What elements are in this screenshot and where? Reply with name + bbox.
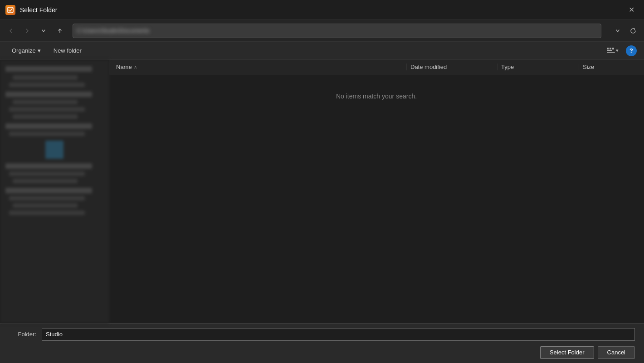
address-bar[interactable]: C:\Users\Studio\Documents [73, 24, 601, 38]
column-headers: Name ∧ Date modified Type Size [109, 60, 644, 74]
file-area: Name ∧ Date modified Type Size No items … [109, 60, 644, 323]
title-bar-left: Select Folder [5, 5, 57, 15]
folder-input[interactable] [42, 328, 635, 341]
svg-rect-1 [607, 48, 609, 49]
folder-label: Folder: [9, 331, 36, 338]
svg-rect-5 [607, 52, 615, 53]
col-size-header[interactable]: Size [579, 64, 633, 70]
close-button[interactable]: ✕ [624, 3, 639, 17]
sidebar [0, 60, 109, 323]
dropdown-button[interactable] [36, 24, 51, 38]
sort-indicator: ∧ [134, 64, 137, 69]
svg-rect-2 [610, 48, 611, 49]
forward-button[interactable] [20, 24, 34, 38]
col-name-header[interactable]: Name ∧ [112, 64, 406, 70]
cancel-button[interactable]: Cancel [598, 346, 635, 359]
col-name-label: Name [116, 64, 132, 70]
main-content: Name ∧ Date modified Type Size No items … [0, 60, 644, 323]
col-date-label: Date modified [410, 64, 447, 70]
new-folder-button[interactable]: New folder [49, 45, 86, 56]
view-button[interactable]: ▾ [607, 48, 619, 54]
title-bar: Select Folder ✕ [0, 0, 644, 20]
col-type-header[interactable]: Type [497, 64, 579, 70]
empty-message: No items match your search. [336, 93, 417, 100]
back-button[interactable] [4, 24, 18, 38]
help-label: ? [629, 47, 633, 54]
address-bar-text: C:\Users\Studio\Documents [77, 27, 149, 34]
organize-label: Organize [12, 47, 36, 54]
col-date-header[interactable]: Date modified [406, 64, 497, 70]
help-button[interactable]: ? [626, 45, 637, 56]
refresh-button[interactable] [626, 24, 640, 38]
button-row: Select Folder Cancel [9, 346, 635, 359]
folder-row: Folder: [9, 328, 635, 341]
app-icon [5, 5, 15, 15]
file-list: No items match your search. [109, 74, 644, 323]
address-dropdown-button[interactable] [610, 24, 625, 38]
view-arrow: ▾ [616, 48, 619, 54]
svg-rect-4 [607, 50, 612, 51]
organize-arrow: ▾ [38, 47, 41, 54]
up-button[interactable] [53, 24, 67, 38]
window-title: Select Folder [20, 6, 57, 14]
nav-right [610, 24, 640, 38]
organize-button[interactable]: Organize ▾ [7, 45, 45, 56]
col-size-label: Size [583, 64, 594, 70]
bottom-bar: Folder: Select Folder Cancel [0, 323, 644, 363]
col-type-label: Type [501, 64, 514, 70]
svg-rect-3 [612, 48, 614, 49]
toolbar: Organize ▾ New folder ▾ ? [0, 42, 644, 60]
new-folder-label: New folder [54, 47, 82, 54]
select-folder-button[interactable]: Select Folder [540, 346, 594, 359]
nav-bar: C:\Users\Studio\Documents [0, 20, 644, 42]
